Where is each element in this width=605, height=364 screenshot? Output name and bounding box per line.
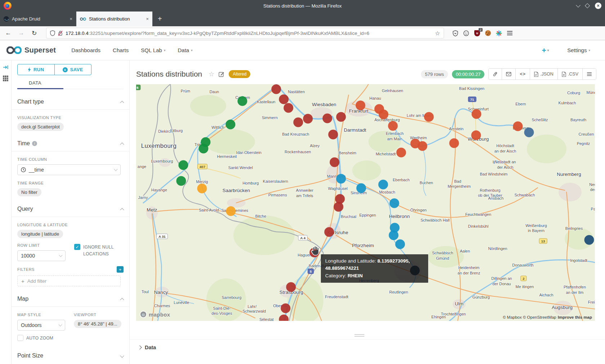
favorite-star-icon[interactable]: ☆ — [209, 70, 214, 78]
map-point[interactable] — [293, 118, 303, 127]
map-point[interactable] — [336, 112, 346, 122]
window-close-icon[interactable]: × — [595, 3, 601, 9]
url-text[interactable]: 172.18.0.4:32251/superset/explore/?form_… — [66, 31, 432, 36]
map-point[interactable] — [418, 141, 427, 151]
ublock-icon[interactable]: u 2 — [474, 30, 480, 36]
map-point[interactable] — [284, 103, 293, 113]
map-point[interactable] — [303, 114, 313, 124]
forward-button[interactable]: → — [17, 29, 26, 37]
cookie-extension-icon[interactable] — [485, 30, 491, 36]
nav-item-data[interactable]: Data▾ — [178, 47, 192, 53]
map-style-select[interactable]: Outdoors — [17, 320, 65, 331]
map-point[interactable] — [334, 202, 344, 212]
nav-item-dashboards[interactable]: Dashboards — [71, 47, 100, 53]
mapbox-logo[interactable]: ◎ mapbox — [140, 311, 170, 318]
nav-item-charts[interactable]: Charts — [113, 47, 129, 53]
new-tab-button[interactable]: + — [153, 12, 167, 26]
embed-code-button[interactable]: <> — [515, 69, 530, 79]
window-maximize-icon[interactable] — [585, 3, 590, 8]
map-point[interactable] — [357, 183, 366, 193]
map-point[interactable] — [389, 231, 399, 240]
add-new-button[interactable]: +▾ — [542, 46, 549, 55]
map-point[interactable] — [323, 114, 332, 123]
map-point[interactable] — [584, 235, 594, 245]
ignore-null-checkbox[interactable]: ✓ — [74, 244, 80, 250]
map-point[interactable] — [279, 95, 289, 104]
window-minimize-icon[interactable] — [576, 3, 581, 8]
add-filter-plus-button[interactable]: + — [117, 266, 124, 273]
map-point[interactable] — [396, 148, 406, 158]
tab-close-icon[interactable]: × — [70, 16, 72, 22]
edit-pencil-icon[interactable] — [219, 71, 224, 77]
map-point[interactable] — [272, 85, 281, 94]
row-limit-select[interactable]: 10000 — [17, 250, 66, 261]
section-point-size[interactable]: Point Size — [17, 352, 124, 359]
map-point[interactable] — [281, 304, 291, 313]
map-point[interactable] — [226, 120, 236, 129]
url-bar[interactable]: 172.18.0.4:32251/superset/explore/?form_… — [46, 28, 444, 38]
map-point[interactable] — [449, 138, 459, 148]
map-point[interactable] — [328, 130, 338, 140]
map-point[interactable] — [388, 121, 398, 131]
map-point[interactable] — [330, 158, 340, 167]
map-point[interactable] — [472, 109, 481, 119]
export-json-button[interactable]: .JSON — [530, 69, 557, 79]
export-csv-button[interactable]: .CSV — [557, 69, 582, 79]
copy-link-button[interactable] — [489, 69, 502, 79]
map-point[interactable] — [176, 176, 186, 186]
settings-menu[interactable]: Settings▾ — [567, 47, 590, 53]
deckgl-map[interactable]: PrümDaunCochemKastellaunNastättenWiesbad… — [136, 84, 595, 321]
expand-panel-icon[interactable] — [3, 65, 9, 70]
more-options-button[interactable] — [582, 69, 596, 79]
pocket-shield-icon[interactable] — [453, 30, 458, 36]
map-point[interactable] — [524, 128, 534, 137]
lonlat-value[interactable]: longitude | latitude — [17, 230, 63, 238]
save-button[interactable]: + SAVE — [54, 64, 91, 75]
map-point[interactable] — [390, 199, 399, 208]
map-point[interactable] — [379, 110, 389, 119]
map-point[interactable] — [324, 227, 334, 237]
viewport-value[interactable]: 8° 46' 45.28" | 49... — [74, 320, 121, 328]
map-attribution[interactable]: © Mapbox © OpenStreetMapImprove this map — [503, 315, 592, 319]
tab-apache-druid[interactable]: Apache Druid × — [0, 12, 76, 26]
map-point[interactable] — [378, 180, 388, 190]
map-point[interactable] — [238, 96, 247, 106]
auto-zoom-checkbox[interactable] — [17, 335, 23, 341]
section-map[interactable]: Map — [17, 296, 124, 302]
superset-logo[interactable]: Superset — [6, 46, 56, 54]
tab-data[interactable]: DATA — [28, 80, 42, 89]
section-chart-type[interactable]: Chart type — [17, 99, 124, 105]
tab-stations-distribution[interactable]: Stations distribution × — [76, 12, 153, 26]
tracking-shield-icon[interactable] — [50, 30, 55, 36]
panel-drag-handle[interactable] — [354, 333, 364, 338]
map-point[interactable] — [226, 206, 236, 216]
map-point[interactable] — [197, 184, 207, 194]
multi-account-mask-icon[interactable] — [463, 30, 469, 36]
add-filter-box[interactable]: + Add filter — [17, 276, 121, 286]
back-button[interactable]: ← — [4, 29, 13, 37]
map-point[interactable] — [356, 101, 366, 110]
map-point[interactable] — [179, 160, 188, 170]
run-button[interactable]: RUN — [18, 64, 54, 75]
map-point[interactable] — [424, 112, 434, 122]
map-point[interactable] — [336, 174, 346, 184]
time-column-select[interactable]: __time — [17, 164, 121, 175]
time-range-value[interactable]: No filter — [17, 188, 41, 196]
map-point[interactable] — [513, 122, 523, 131]
viz-type-value[interactable]: deck.gl Scatterplot — [17, 123, 64, 131]
reload-button[interactable]: ↻ — [30, 29, 39, 37]
email-button[interactable] — [502, 69, 515, 79]
map-point[interactable] — [471, 131, 481, 140]
datasource-grid-icon[interactable] — [3, 76, 9, 81]
altered-badge[interactable]: Altered — [229, 70, 250, 78]
menu-hamburger-icon[interactable] — [507, 30, 512, 36]
section-time[interactable]: Time i — [17, 140, 124, 147]
map-point[interactable] — [286, 282, 296, 292]
colorful-extension-icon[interactable] — [496, 30, 502, 36]
bookmark-star-icon[interactable]: ☆ — [435, 30, 440, 37]
map-point[interactable] — [199, 144, 209, 154]
insecure-lock-icon[interactable] — [58, 31, 63, 36]
nav-item-sql-lab[interactable]: SQL Lab▾ — [141, 47, 165, 53]
data-results-panel[interactable]: Data — [130, 339, 605, 350]
section-query[interactable]: Query — [17, 206, 124, 212]
